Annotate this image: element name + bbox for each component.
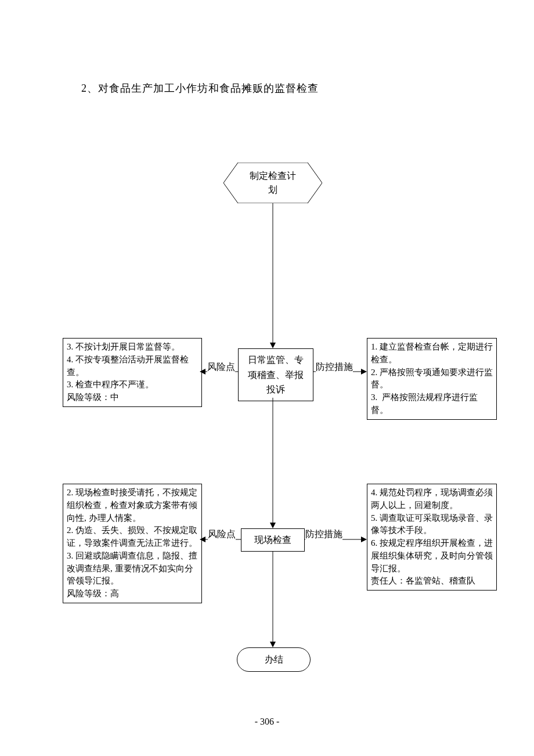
start-node-label: 制定检查计划 xyxy=(238,169,308,197)
document-title: 2、对食品生产加工小作坊和食品摊贩的监督检查 xyxy=(81,81,319,95)
svg-marker-2 xyxy=(270,343,276,348)
svg-marker-8 xyxy=(270,523,276,528)
risk-box-2: 2. 现场检查时接受请托，不按规定组织检查，检查对象或方案带有倾向性, 办理人情… xyxy=(63,484,202,603)
risk-label-1: 风险点 xyxy=(207,361,235,373)
supervision-node: 日常监管、专项稽查、举报投诉 xyxy=(238,348,313,401)
prevention-label-2: 防控措施 xyxy=(305,528,342,541)
svg-marker-12 xyxy=(361,537,367,542)
end-node: 办结 xyxy=(237,647,311,672)
svg-marker-6 xyxy=(361,369,367,375)
prevention-label-1: 防控措施 xyxy=(316,361,353,373)
prevention-box-1: 1. 建立监督检查台帐，定期进行检查。2. 严格按照专项通知要求进行监督。3. … xyxy=(367,338,497,420)
risk-label-2: 风险点 xyxy=(208,528,236,541)
prevention-box-2: 4. 规范处罚程序，现场调查必须两人以上，回避制度。5. 调查取证可采取现场录音… xyxy=(367,484,497,591)
risk-box-1: 3. 不按计划开展日常监督等。4. 不按专项整治活动开展监督检查。3. 检查中程… xyxy=(63,338,202,407)
start-node: 制定检查计划 xyxy=(223,163,322,203)
page-number: - 306 - xyxy=(0,717,534,727)
inspection-node: 现场检查 xyxy=(241,528,305,552)
svg-marker-14 xyxy=(270,642,276,647)
